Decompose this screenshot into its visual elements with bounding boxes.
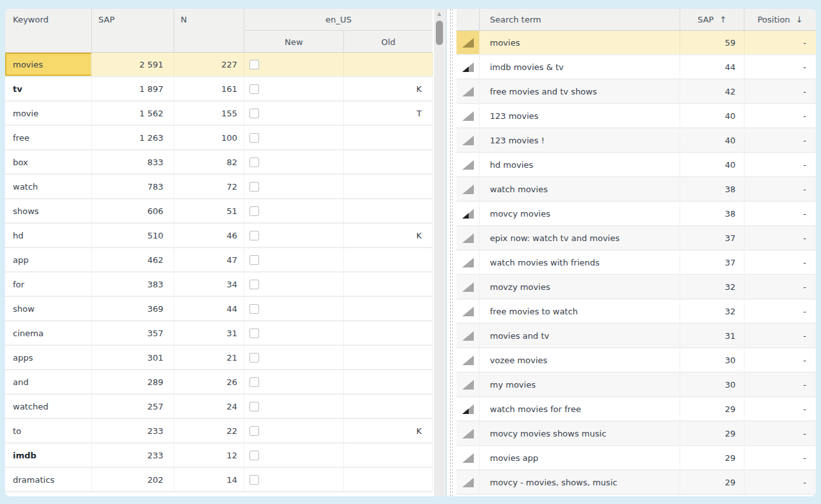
search-term-cell[interactable]: epix now: watch tv and movies: [480, 226, 680, 249]
keyword-cell[interactable]: movies: [5, 53, 92, 76]
keyword-row[interactable]: to23322K: [5, 419, 433, 444]
new-checkbox[interactable]: [249, 328, 259, 338]
column-header-new[interactable]: New: [244, 31, 344, 53]
new-checkbox[interactable]: [249, 377, 259, 387]
keyword-row[interactable]: show36944: [5, 297, 433, 321]
search-term-cell[interactable]: free movies and tv shows: [480, 80, 680, 103]
new-checkbox[interactable]: [249, 280, 259, 289]
search-term-row[interactable]: free movies and tv shows42-: [456, 80, 816, 104]
column-header-sap[interactable]: SAP: [92, 9, 174, 53]
column-header-search-term[interactable]: Search term: [480, 9, 680, 30]
keyword-cell[interactable]: apps: [5, 346, 92, 369]
new-checkbox[interactable]: [249, 133, 259, 143]
search-term-cell[interactable]: vozee movies: [480, 348, 680, 372]
search-term-row[interactable]: vozee movies30-: [456, 348, 816, 373]
search-term-cell[interactable]: 123 movies: [480, 104, 680, 127]
panel-splitter[interactable]: [447, 9, 456, 496]
new-checkbox[interactable]: [249, 402, 259, 411]
search-term-row[interactable]: watch movies with friends37-: [456, 251, 816, 275]
search-term-cell[interactable]: watch movies: [480, 177, 680, 201]
keyword-cell[interactable]: hd: [5, 224, 92, 247]
scrollbar-up-icon[interactable]: ▲: [434, 11, 445, 17]
search-term-row[interactable]: free movies to watch32-: [456, 300, 816, 324]
search-term-row[interactable]: imdb movies & tv44-: [456, 55, 816, 80]
keyword-row[interactable]: tv1 897161K: [5, 77, 433, 102]
keyword-cell[interactable]: cinema: [5, 321, 92, 345]
sort-descending-icon[interactable]: ↓: [796, 15, 803, 24]
keyword-row[interactable]: shows60651: [5, 199, 433, 224]
column-header-n[interactable]: N: [174, 9, 244, 53]
keyword-row[interactable]: watch78372: [5, 175, 433, 199]
keyword-cell[interactable]: watched: [5, 395, 92, 418]
keyword-row[interactable]: hd51046K: [5, 224, 433, 248]
keyword-cell[interactable]: tv: [5, 77, 92, 100]
search-term-row[interactable]: movcy movies38-: [456, 202, 816, 226]
keyword-cell[interactable]: free: [5, 126, 92, 149]
search-term-row[interactable]: movcy movies shows music29-: [456, 422, 816, 446]
new-checkbox[interactable]: [249, 109, 259, 118]
new-checkbox[interactable]: [249, 451, 259, 460]
keyword-cell[interactable]: movie: [5, 102, 92, 125]
keyword-row[interactable]: movie1 562155T: [5, 102, 433, 126]
search-term-cell[interactable]: movies app: [480, 446, 680, 469]
scrollbar-track[interactable]: ▲: [434, 9, 445, 496]
search-term-cell[interactable]: free movies to watch: [480, 300, 680, 323]
search-term-cell[interactable]: watch movies for free: [480, 397, 680, 420]
search-term-row[interactable]: movies and tv31-: [456, 324, 816, 348]
new-checkbox[interactable]: [249, 84, 259, 94]
search-term-row[interactable]: movies59-: [456, 31, 816, 55]
new-checkbox[interactable]: [249, 255, 259, 265]
keyword-row[interactable]: for38334: [5, 273, 433, 297]
search-term-cell[interactable]: movcy movies shows music: [480, 422, 680, 445]
search-term-cell[interactable]: movcy - movies, shows, music: [480, 471, 680, 494]
keyword-cell[interactable]: show: [5, 297, 92, 320]
column-header-keyword[interactable]: Keyword: [5, 9, 92, 53]
keyword-cell[interactable]: box: [5, 150, 92, 174]
search-term-cell[interactable]: movzy movies: [480, 275, 680, 298]
search-term-row[interactable]: movcy - movies, shows, music29-: [456, 471, 816, 495]
keyword-cell[interactable]: shows: [5, 199, 92, 222]
search-term-row[interactable]: watch movies38-: [456, 177, 816, 202]
search-term-cell[interactable]: movcy movies: [480, 202, 680, 225]
search-term-cell[interactable]: my movies: [480, 373, 680, 396]
search-term-row[interactable]: 123 movies40-: [456, 104, 816, 129]
new-checkbox[interactable]: [249, 475, 259, 485]
new-checkbox[interactable]: [249, 231, 259, 240]
search-term-row[interactable]: 123 movies !40-: [456, 129, 816, 153]
new-checkbox[interactable]: [249, 182, 259, 192]
keyword-row[interactable]: apps30121: [5, 346, 433, 370]
scrollbar-thumb[interactable]: [436, 21, 443, 45]
new-checkbox[interactable]: [249, 206, 259, 216]
keyword-cell[interactable]: imdb: [5, 444, 92, 467]
new-checkbox[interactable]: [249, 60, 259, 69]
keyword-row[interactable]: box83382: [5, 150, 433, 175]
search-term-cell[interactable]: watch movies with friends: [480, 251, 680, 274]
search-term-row[interactable]: epix now: watch tv and movies37-: [456, 226, 816, 251]
keyword-cell[interactable]: for: [5, 273, 92, 296]
keyword-row[interactable]: free1 263100: [5, 126, 433, 150]
keyword-row[interactable]: watched25724: [5, 395, 433, 419]
search-term-cell[interactable]: hd movies: [480, 153, 680, 176]
keyword-cell[interactable]: watch: [5, 175, 92, 198]
new-checkbox[interactable]: [249, 353, 259, 363]
search-term-row[interactable]: movzy movies32-: [456, 275, 816, 300]
keywords-scrollbar[interactable]: ▲: [433, 9, 446, 496]
keyword-cell[interactable]: dramatics: [5, 468, 92, 491]
search-term-row[interactable]: hd movies40-: [456, 153, 816, 177]
keyword-row[interactable]: dramatics20214: [5, 468, 433, 492]
search-term-row[interactable]: my movies30-: [456, 373, 816, 397]
keyword-row[interactable]: and28926: [5, 370, 433, 395]
keyword-row[interactable]: movies2 591227: [5, 53, 433, 77]
new-checkbox[interactable]: [249, 426, 259, 436]
search-term-cell[interactable]: imdb movies & tv: [480, 55, 680, 78]
search-term-cell[interactable]: movies: [480, 31, 680, 54]
search-term-cell[interactable]: movies and tv: [480, 324, 680, 347]
keyword-cell[interactable]: and: [5, 370, 92, 393]
keyword-cell[interactable]: to: [5, 419, 92, 442]
keyword-row[interactable]: imdb23312: [5, 444, 433, 468]
sort-ascending-icon[interactable]: ↑: [719, 15, 726, 24]
column-group-header-locale[interactable]: en_US: [244, 9, 433, 31]
keyword-cell[interactable]: app: [5, 248, 92, 271]
new-checkbox[interactable]: [249, 304, 259, 314]
search-term-row[interactable]: movies app29-: [456, 446, 816, 471]
